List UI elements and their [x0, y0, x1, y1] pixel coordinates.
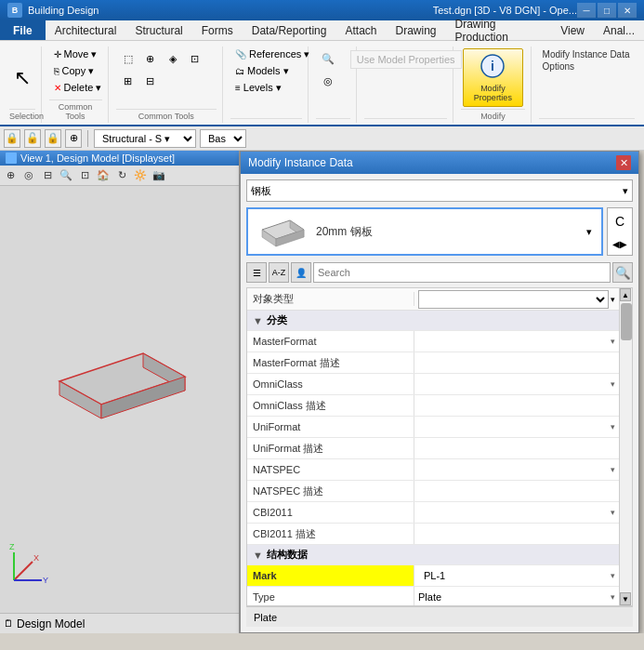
- vp-btn-3[interactable]: ⊟: [39, 167, 56, 184]
- modify-options-bottom: [539, 118, 635, 123]
- natspec-desc-value[interactable]: [414, 481, 619, 501]
- fenlei-collapse-btn[interactable]: ▼: [253, 315, 263, 326]
- masterformat-desc-label: MasterFormat 描述: [247, 352, 414, 373]
- file-menu-btn[interactable]: File: [0, 20, 46, 40]
- separator-1: [87, 130, 88, 147]
- menu-bar: File Architectural Structural Forms Data…: [0, 20, 644, 41]
- move-btn[interactable]: ✛ Move ▾: [49, 46, 102, 62]
- edit-buttons: ✛ Move ▾ ⎘ Copy ▾ ✕ Delete ▾: [49, 46, 102, 96]
- tool-btn-2[interactable]: ⊕: [140, 48, 161, 69]
- cbi2011-value[interactable]: ▾: [414, 502, 619, 523]
- uniforamt-arrow[interactable]: ▾: [611, 422, 615, 431]
- type-arrow[interactable]: ▾: [611, 592, 615, 602]
- vp-btn-2[interactable]: ◎: [20, 167, 37, 184]
- tool-btn-5[interactable]: ⊞: [118, 71, 138, 91]
- menu-structural[interactable]: Structural: [125, 20, 191, 40]
- svg-text:i: i: [491, 59, 494, 73]
- tool-btn-6[interactable]: ⊟: [140, 71, 161, 91]
- tool-btn-1[interactable]: ⬚: [118, 48, 138, 69]
- menu-drawing-production[interactable]: Drawing Production: [446, 20, 552, 40]
- minimize-btn[interactable]: ─: [577, 3, 596, 18]
- vp-btn-7[interactable]: ↻: [113, 167, 130, 184]
- vp-btn-6[interactable]: 🏠: [95, 167, 112, 184]
- vp-btn-1[interactable]: ⊕: [2, 167, 19, 184]
- list-view-btn[interactable]: ☰: [246, 262, 267, 283]
- component-name-label: 20mm 钢板: [316, 224, 373, 240]
- maximize-btn[interactable]: □: [598, 3, 616, 18]
- menu-architectural[interactable]: Architectural: [46, 20, 126, 40]
- lock2-btn[interactable]: 🔓: [24, 129, 41, 148]
- omniclass-value[interactable]: ▾: [414, 374, 619, 394]
- tool-btn-4[interactable]: ⊡: [185, 48, 205, 69]
- mode2-selector[interactable]: Bas...: [200, 129, 246, 148]
- menu-analysis[interactable]: Anal...: [594, 20, 644, 40]
- obj-type-dropdown[interactable]: [418, 290, 609, 309]
- az-sort-btn[interactable]: A-Z: [269, 262, 289, 283]
- search-icon: 🔍: [615, 266, 631, 280]
- viewport-canvas[interactable]: X Z Y: [0, 186, 239, 613]
- menu-attach[interactable]: Attach: [335, 20, 386, 40]
- menu-forms[interactable]: Forms: [192, 20, 243, 40]
- copy-btn[interactable]: ⎘ Copy ▾: [49, 63, 102, 79]
- mark-value[interactable]: PL-1 ▾: [414, 565, 619, 586]
- filter-btn[interactable]: 👤: [291, 262, 311, 283]
- natspec-row: NATSPEC ▾: [247, 459, 619, 481]
- lock4-btn[interactable]: ⊕: [65, 129, 82, 148]
- viewport-icon: [6, 153, 17, 164]
- prop-table: 对象类型 ▾ ▼ 分类 MasterFormat ▾: [247, 288, 619, 605]
- lock3-btn[interactable]: 🔒: [45, 129, 61, 148]
- uniforamt-desc-value[interactable]: [414, 438, 619, 458]
- menu-data-reporting[interactable]: Data/Reporting: [243, 20, 336, 40]
- design-model-icon: 🗒: [4, 618, 13, 629]
- references-btn[interactable]: 📎 References ▾: [230, 46, 302, 62]
- prop-table-container: 对象类型 ▾ ▼ 分类 MasterFormat ▾: [246, 287, 633, 606]
- search-btn[interactable]: 🔍: [612, 262, 633, 283]
- mark-arrow[interactable]: ▾: [611, 571, 615, 580]
- delete-btn[interactable]: ✕ Delete ▾: [49, 80, 102, 96]
- cbi2011-desc-value[interactable]: [414, 524, 619, 544]
- levels-btn[interactable]: ≡ Levels ▾: [230, 80, 302, 96]
- masterformat-desc-value[interactable]: [414, 352, 619, 373]
- dialog-close-btn[interactable]: ✕: [616, 155, 631, 170]
- cbi2011-arrow[interactable]: ▾: [611, 508, 615, 517]
- component-dropdown[interactable]: ▾: [586, 226, 592, 238]
- prop-scrollbar[interactable]: ▲ ▼: [619, 288, 632, 605]
- scroll-up-btn[interactable]: ▲: [620, 288, 631, 301]
- masterformat-value[interactable]: ▾: [414, 331, 619, 352]
- menu-view[interactable]: View: [551, 20, 594, 40]
- scroll-thumb[interactable]: [621, 303, 632, 340]
- modify-properties-btn[interactable]: i Modify Properties: [463, 48, 522, 107]
- vp-btn-8[interactable]: 🔆: [132, 167, 149, 184]
- vp-btn-5[interactable]: ⊡: [76, 167, 93, 184]
- element-selector[interactable]: 钢板 ▾: [246, 179, 633, 202]
- tool-btn-3[interactable]: ◈: [163, 48, 183, 69]
- zoom2-btn[interactable]: ◎: [318, 71, 338, 91]
- uniforamt-desc-row: UniFormat 描述: [247, 438, 619, 459]
- jiegou-collapse-btn[interactable]: ▼: [253, 550, 263, 561]
- masterformat-arrow[interactable]: ▾: [611, 337, 615, 346]
- cursor-icon: ↖: [7, 63, 37, 93]
- search-input[interactable]: [313, 262, 611, 283]
- natspec-arrow[interactable]: ▾: [611, 465, 615, 474]
- svg-text:X: X: [33, 553, 39, 563]
- omniclass-arrow[interactable]: ▾: [611, 379, 615, 389]
- mark-row: Mark PL-1 ▾: [247, 565, 619, 587]
- scroll-down-btn[interactable]: ▼: [620, 592, 631, 605]
- lock-btn[interactable]: 🔒: [4, 129, 20, 148]
- uniforamt-value[interactable]: ▾: [414, 417, 619, 437]
- models-btn[interactable]: 🗂 Models ▾: [230, 63, 302, 79]
- zoom-btn[interactable]: 🔍: [318, 48, 338, 69]
- omniclass-desc-row: OmniClass 描述: [247, 395, 619, 417]
- models-icon: 🗂: [235, 66, 244, 76]
- type-value[interactable]: Plate ▾: [414, 587, 619, 605]
- menu-drawing[interactable]: Drawing: [386, 20, 445, 40]
- vp-btn-4[interactable]: 🔍: [58, 167, 74, 184]
- preview-extra-btn[interactable]: C ◀▶: [607, 207, 633, 256]
- use-model-props-btn[interactable]: Use Model Properties: [350, 50, 462, 69]
- omniclass-desc-value[interactable]: [414, 395, 619, 416]
- titlebar-close-btn[interactable]: ✕: [618, 3, 637, 18]
- natspec-value[interactable]: ▾: [414, 459, 619, 480]
- preview-arrow-icon: ◀▶: [612, 239, 627, 249]
- mode-selector[interactable]: Structural - S ▾: [94, 129, 196, 148]
- vp-btn-camera[interactable]: 📷: [151, 167, 167, 184]
